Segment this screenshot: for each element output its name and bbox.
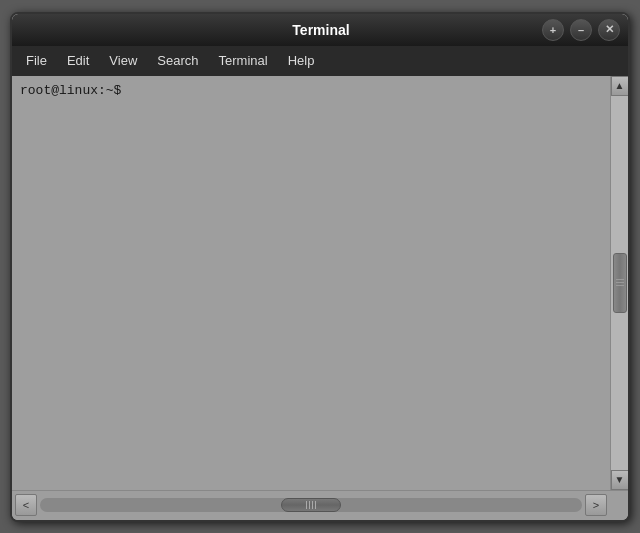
thumb-grip [616,279,624,286]
scroll-left-arrow[interactable]: < [15,494,37,516]
h-grip-line-1 [306,501,307,509]
scroll-right-arrow[interactable]: > [585,494,607,516]
menu-terminal[interactable]: Terminal [209,49,278,72]
menu-help[interactable]: Help [278,49,325,72]
title-bar: Terminal + – ✕ [12,14,628,46]
h-grip-line-3 [312,501,313,509]
scroll-up-arrow[interactable]: ▲ [611,76,629,96]
grip-line-3 [616,285,624,286]
menu-file[interactable]: File [16,49,57,72]
h-grip-line-2 [309,501,310,509]
content-area: root@linux:~$ ▲ ▼ [12,76,628,490]
menu-edit[interactable]: Edit [57,49,99,72]
close-button[interactable]: ✕ [598,19,620,41]
terminal-prompt: root@linux:~$ [12,76,610,106]
horizontal-scrollbar: < > [12,491,610,520]
menu-view[interactable]: View [99,49,147,72]
scroll-thumb-horizontal[interactable] [281,498,341,512]
grip-line-2 [616,282,624,283]
add-button[interactable]: + [542,19,564,41]
menu-search[interactable]: Search [147,49,208,72]
scroll-track-horizontal[interactable] [40,498,582,512]
window-controls: + – ✕ [542,19,620,41]
scroll-track-vertical[interactable] [611,96,628,470]
terminal-window: Terminal + – ✕ File Edit View Search Ter… [10,12,630,522]
minimize-button[interactable]: – [570,19,592,41]
bottom-area: < > [12,490,628,520]
h-thumb-grip [306,501,316,509]
vertical-scrollbar: ▲ ▼ [610,76,628,490]
grip-line-1 [616,279,624,280]
scroll-thumb-vertical[interactable] [613,253,627,313]
terminal-area[interactable]: root@linux:~$ [12,76,610,490]
h-grip-line-4 [315,501,316,509]
window-title: Terminal [100,22,542,38]
scroll-down-arrow[interactable]: ▼ [611,470,629,490]
menu-bar: File Edit View Search Terminal Help [12,46,628,76]
